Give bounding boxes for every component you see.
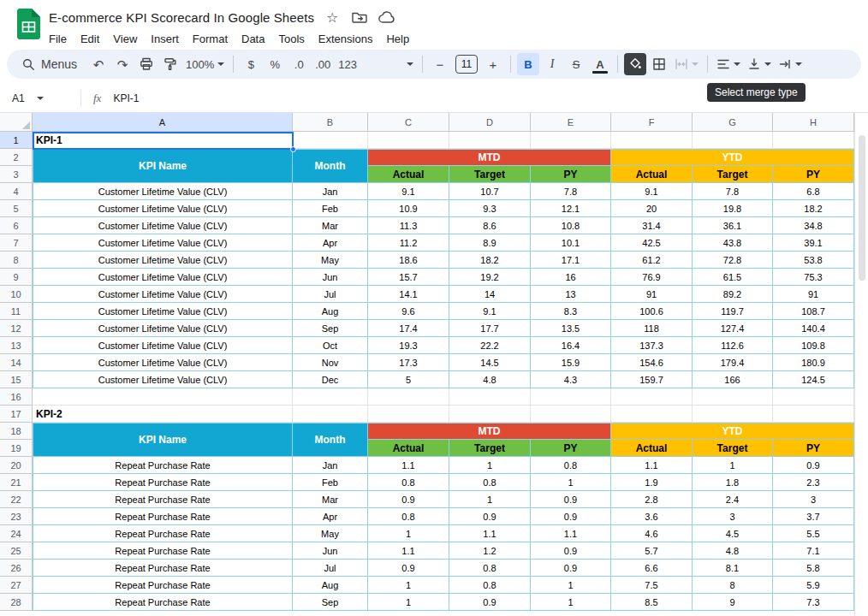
cell-F12[interactable]: 118 [611,320,693,337]
cell-E11[interactable]: 8.3 [531,303,611,320]
print-button[interactable] [135,53,158,75]
borders-button[interactable] [648,53,670,75]
cell-F27[interactable]: 7.5 [611,577,693,594]
cell-B21[interactable]: Feb [293,474,368,491]
row-header-21[interactable]: 21 [0,474,33,491]
row-header-9[interactable]: 9 [0,269,33,286]
horizontal-align-button[interactable] [714,53,743,75]
cell-C8[interactable]: 18.6 [368,252,449,269]
cell-F15[interactable]: 159.7 [611,371,693,388]
cell-B6[interactable]: Mar [293,217,368,234]
cell-C9[interactable]: 15.7 [368,269,449,286]
more-formats-button[interactable]: 123 [336,53,360,75]
cell-E6[interactable]: 10.8 [531,217,611,234]
cell-A25[interactable]: Repeat Purchase Rate [33,542,293,560]
cell-H16[interactable] [773,388,854,406]
cell-F6[interactable]: 31.4 [611,217,693,234]
cell-A2[interactable]: KPI Name [33,149,293,183]
cell-C26[interactable]: 0.9 [368,560,449,577]
cell-E16[interactable] [531,388,611,406]
row-header-13[interactable]: 13 [0,337,33,354]
row-header-2[interactable]: 2 [0,149,33,166]
select-all-corner[interactable] [0,113,33,132]
cell-D10[interactable]: 14 [449,286,531,303]
cell-A27[interactable]: Repeat Purchase Rate [33,577,293,594]
bold-button[interactable]: B [517,53,539,75]
cell-C14[interactable]: 17.3 [368,354,449,371]
cell-C11[interactable]: 9.6 [368,303,449,320]
cell-G15[interactable]: 166 [693,371,773,388]
cell-B11[interactable]: Aug [293,303,368,320]
cell-F9[interactable]: 76.9 [611,269,693,286]
cell-C19[interactable]: Actual [368,440,449,457]
cell-H7[interactable]: 39.1 [773,234,854,252]
cell-A26[interactable]: Repeat Purchase Rate [33,560,293,577]
cell-D27[interactable]: 0.8 [449,577,531,594]
cell-G7[interactable]: 43.8 [693,234,773,252]
cell-C3[interactable]: Actual [368,166,449,183]
cell-D17[interactable] [449,406,531,423]
cell-F26[interactable]: 6.6 [611,560,693,577]
cell-D20[interactable]: 1 [449,457,531,474]
cell-F5[interactable]: 20 [611,200,693,217]
cell-B1[interactable] [293,132,368,149]
cell-H15[interactable]: 124.5 [773,371,854,388]
cell-D12[interactable]: 17.7 [449,320,531,337]
cell-G1[interactable] [693,132,773,149]
cell-A13[interactable]: Customer Lifetime Value (CLV) [33,337,293,354]
cell-F21[interactable]: 1.9 [611,474,693,491]
cell-G17[interactable] [693,406,773,423]
column-header-B[interactable]: B [293,113,368,132]
row-header-6[interactable]: 6 [0,217,33,234]
row-header-5[interactable]: 5 [0,200,33,217]
cell-A14[interactable]: Customer Lifetime Value (CLV) [33,354,293,371]
cell-C16[interactable] [368,388,449,406]
row-header-25[interactable]: 25 [0,542,33,560]
cell-H10[interactable]: 91 [773,286,854,303]
cell-G24[interactable]: 4.5 [693,525,773,542]
star-icon[interactable]: ☆ [323,8,342,27]
cell-B4[interactable]: Jan [293,183,368,200]
cell-G12[interactable]: 127.4 [693,320,773,337]
cell-B24[interactable]: May [293,525,368,542]
cell-H11[interactable]: 108.7 [773,303,854,320]
cell-B14[interactable]: Nov [293,354,368,371]
cell-C21[interactable]: 0.8 [368,474,449,491]
cell-A11[interactable]: Customer Lifetime Value (CLV) [33,303,293,320]
font-size-input[interactable]: 11 [453,53,480,75]
cell-D4[interactable]: 10.7 [449,183,531,200]
cell-E27[interactable]: 1 [531,577,611,594]
cell-H26[interactable]: 5.8 [773,560,854,577]
cell-G22[interactable]: 2.4 [693,491,773,508]
row-header-19[interactable]: 19 [0,440,33,457]
font-family-select[interactable] [361,53,416,75]
cell-F10[interactable]: 91 [611,286,693,303]
cell-G11[interactable]: 119.7 [693,303,773,320]
cell-C27[interactable]: 1 [368,577,449,594]
cell-C10[interactable]: 14.1 [368,286,449,303]
cell-E24[interactable]: 1.1 [531,525,611,542]
cell-B17[interactable] [293,406,368,423]
cell-A4[interactable]: Customer Lifetime Value (CLV) [33,183,293,200]
cell-E8[interactable]: 17.1 [531,252,611,269]
cell-E5[interactable]: 12.1 [531,200,611,217]
cell-G14[interactable]: 179.4 [693,354,773,371]
cell-C7[interactable]: 11.2 [368,234,449,252]
cell-E9[interactable]: 16 [531,269,611,286]
cell-A22[interactable]: Repeat Purchase Rate [33,491,293,508]
cell-A21[interactable]: Repeat Purchase Rate [33,474,293,491]
cell-E14[interactable]: 15.9 [531,354,611,371]
cell-D16[interactable] [449,388,531,406]
cell-D19[interactable]: Target [449,440,531,457]
cell-F8[interactable]: 61.2 [611,252,693,269]
cell-D28[interactable]: 0.9 [449,594,531,611]
cell-G5[interactable]: 19.8 [693,200,773,217]
menu-data[interactable]: Data [235,30,271,48]
cell-H1[interactable] [773,132,854,149]
cell-F22[interactable]: 2.8 [611,491,693,508]
row-header-14[interactable]: 14 [0,354,33,371]
cell-D11[interactable]: 9.1 [449,303,531,320]
cell-G6[interactable]: 36.1 [693,217,773,234]
cell-D5[interactable]: 9.3 [449,200,531,217]
column-header-D[interactable]: D [449,113,531,132]
